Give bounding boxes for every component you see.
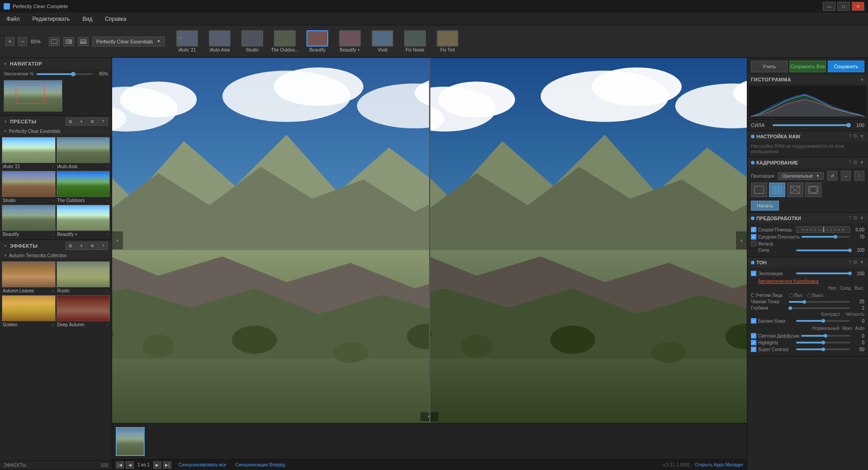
raw-help-icon[interactable]: ? [849, 133, 851, 139]
filmstrip-thumb-1[interactable] [116, 427, 145, 456]
image-next-arrow[interactable]: › [736, 231, 747, 249]
image-prev-arrow[interactable]: ‹ [112, 231, 123, 249]
preset-card-beautify[interactable]: Beautify ☆ [2, 205, 56, 238]
nav-first-button[interactable]: |◀ [116, 461, 124, 469]
nav-last-button[interactable]: ▶| [163, 461, 171, 469]
light-diff-slider[interactable] [801, 335, 850, 337]
effect-star-autumn[interactable]: ☆ [51, 289, 55, 293]
presets-list-view-button[interactable]: ≡ [76, 118, 86, 126]
effects-help-button[interactable]: ? [98, 242, 108, 250]
effect-card-autumn[interactable]: Autumn Leaves ☆ [2, 261, 56, 294]
nav-prev-button[interactable]: ◀ [126, 461, 134, 469]
exposure-scale[interactable]: 5..4..3..2..1..0..1..2..3..4..5 [796, 226, 850, 233]
image-pane-after[interactable] [430, 58, 747, 423]
filter-strength-slider[interactable] [796, 249, 850, 251]
preset-star-studio[interactable]: ☆ [51, 198, 55, 203]
preprocess-header[interactable]: ПРЕДОБРАБОТКИ ? ⚙ ▼ [747, 213, 868, 223]
effects-list-view-button[interactable]: ≡ [76, 242, 86, 250]
crop-no-grid-button[interactable] [751, 183, 767, 197]
tone-header[interactable]: ТОН ? ⚙ ▼ [747, 257, 868, 268]
preset-iauto-asia[interactable]: iAuto Asia [204, 29, 235, 53]
presets-settings-button[interactable]: ⚙ [87, 118, 97, 126]
zoom-out-button[interactable]: − [18, 37, 27, 46]
preset-star-iauto-asia[interactable]: ☆ [105, 164, 109, 169]
density-slider[interactable] [802, 236, 850, 238]
preset-star-beautify-plus[interactable]: ☆ [105, 232, 109, 237]
preset-card-beautify-plus[interactable]: Beautify + ☆ [57, 205, 110, 238]
crop-start-button[interactable]: Начать [751, 201, 779, 211]
effects-settings-button[interactable]: ⚙ [87, 242, 97, 250]
save-all-button[interactable]: Сохранить Все [789, 61, 826, 72]
navigator-header[interactable]: ▼ НАВИГАТОР [0, 58, 112, 70]
preset-star-beautify[interactable]: ☆ [51, 232, 55, 237]
presets-section-header[interactable]: ▼ Perfectly Clear Essentials [0, 127, 112, 135]
preset-vivid[interactable]: Vivid [367, 29, 398, 53]
crop-settings-icon[interactable]: ⚙ [853, 160, 858, 165]
crop-reset-button[interactable]: ↺ [827, 171, 837, 181]
highlights-slider[interactable] [796, 342, 850, 343]
view-split-v-button[interactable] [78, 37, 89, 46]
preset-selector[interactable]: Perfectly Clear Essentials ▼ [92, 37, 165, 47]
learn-button[interactable]: Учить [751, 61, 788, 72]
split-divider[interactable] [429, 58, 430, 423]
open-apps-manager-button[interactable]: Открыть Apps Manager [695, 462, 743, 467]
effect-star-golden[interactable]: ☆ [51, 323, 55, 327]
sync-forward-button[interactable]: Синхронизация Вперёд [234, 461, 287, 468]
skin-balance-checkbox[interactable] [751, 318, 756, 324]
navigator-zoom-slider[interactable] [37, 73, 93, 75]
preprocess-help-icon[interactable]: ? [849, 215, 851, 221]
preset-beautify[interactable]: Beautify [302, 29, 333, 53]
menu-help[interactable]: Справка [102, 14, 129, 24]
tone-settings-icon[interactable]: ⚙ [853, 259, 858, 265]
preset-card-studio[interactable]: Studio ☆ [2, 171, 56, 204]
highlights-checkbox[interactable] [751, 340, 756, 345]
effects-header[interactable]: ▼ ЭФФЕКТЫ ⊞ ≡ ⚙ ? [0, 240, 112, 252]
tone-expand-icon[interactable]: ▼ [859, 259, 864, 265]
preprocess-expand-icon[interactable]: ▼ [859, 215, 864, 221]
preset-studio[interactable]: Studio [237, 29, 268, 53]
presets-grid-view-button[interactable]: ⊞ [66, 118, 75, 126]
face-off-radio[interactable]: Выкл. [807, 293, 825, 298]
minimize-button[interactable]: — [823, 2, 835, 11]
effects-section-header[interactable]: ▼ Autumn Terracotta Collection [0, 252, 112, 259]
preset-card-iauto21[interactable]: iAuto '21 ☆ [2, 137, 56, 170]
effect-star-deep[interactable]: ☆ [105, 323, 109, 327]
filter-checkbox[interactable] [751, 241, 756, 246]
tone-exposure-slider[interactable] [796, 273, 850, 274]
preset-star-outdoors[interactable]: ☆ [105, 198, 109, 203]
presets-header[interactable]: ▼ ПРЕСЕТЫ ⊞ ≡ ⚙ ? [0, 116, 112, 127]
menu-edit[interactable]: Редактировать [30, 14, 73, 24]
face-on-radio[interactable]: Вкл. [789, 293, 803, 298]
crop-header[interactable]: КАДРИРОВАНИЕ ? ⚙ ▼ [747, 157, 868, 168]
image-pane-before[interactable] [112, 58, 429, 423]
nav-next-button[interactable]: ▶ [153, 461, 161, 469]
effect-card-deep[interactable]: Deep Autumn ☆ [57, 295, 110, 328]
effects-grid-view-button[interactable]: ⊞ [66, 242, 75, 250]
density-checkbox[interactable] [751, 234, 756, 240]
super-contrast-checkbox[interactable] [751, 347, 756, 352]
crop-thirds-grid-button[interactable] [769, 183, 785, 197]
presets-help-button[interactable]: ? [98, 118, 108, 126]
zoom-in-button[interactable]: + [5, 37, 14, 46]
histogram-menu-icon[interactable]: ▼ [860, 77, 864, 82]
effect-card-rustic[interactable]: Rustic ☆ [57, 261, 110, 294]
preset-star-iauto21[interactable]: ☆ [51, 164, 55, 169]
menu-file[interactable]: Файл [4, 14, 23, 24]
preset-outdoors[interactable]: The Outdoo... [269, 29, 300, 53]
light-diff-checkbox[interactable] [751, 333, 756, 338]
preset-beautify-plus[interactable]: Beautify + [335, 29, 365, 53]
raw-expand-icon[interactable]: ▼ [859, 133, 864, 139]
crop-diagonal-grid-button[interactable] [787, 183, 803, 197]
crop-expand-icon[interactable]: ▼ [859, 160, 864, 165]
black-point-slider[interactable] [789, 301, 850, 303]
preset-card-outdoors[interactable]: The Outdoors ☆ [57, 171, 110, 204]
menu-view[interactable]: Вид [80, 14, 95, 24]
preset-card-iauto-asia[interactable]: iAuto Asia ☆ [57, 137, 110, 170]
preset-fix-noise[interactable]: Fix Noise [400, 29, 430, 53]
super-contrast-slider[interactable] [796, 348, 850, 350]
strength-slider[interactable] [773, 124, 850, 126]
crop-proportions-selector[interactable]: Оригинальные ▼ [778, 172, 824, 180]
auto-calibration-link[interactable]: Автоматическое Калибровка [758, 279, 818, 284]
skin-balance-slider[interactable] [796, 320, 850, 322]
sync-all-button[interactable]: Синхронизировать все [177, 461, 228, 468]
